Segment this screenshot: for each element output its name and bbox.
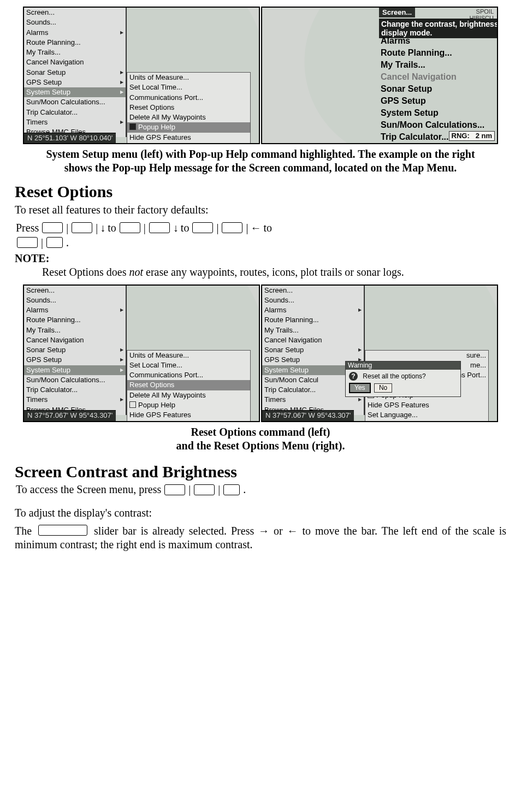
fig2-left-submenu: Units of Measure... Set Local Time... Co… xyxy=(127,350,251,422)
keycap xyxy=(164,484,185,495)
figure2-caption: Reset Options command (left) and the Res… xyxy=(37,425,484,453)
menu-item[interactable]: Timers xyxy=(24,395,126,405)
fig1-left-main-menu: Screen... Sounds... Alarms Route Plannin… xyxy=(24,8,127,137)
menu-item-selected[interactable]: System Setup xyxy=(24,365,126,375)
keycap xyxy=(17,237,38,248)
warning-text: Reset all the options? xyxy=(363,372,425,380)
submenu-item[interactable]: Hide GPS Features xyxy=(127,133,250,143)
submenu-item-selected[interactable]: Reset Options xyxy=(127,380,250,390)
submenu-item[interactable]: Set Language... xyxy=(127,420,250,422)
submenu-item[interactable]: Communications Port... xyxy=(127,370,250,380)
menu-item[interactable]: Sonar Setup xyxy=(24,68,126,78)
keycap xyxy=(149,222,170,233)
keycap xyxy=(223,484,240,495)
submenu-item[interactable]: Hide GPS Features xyxy=(365,400,488,410)
note-label: NOTE: xyxy=(15,252,506,265)
menu-item[interactable]: Alarms xyxy=(24,28,126,38)
menu-item[interactable]: Sounds... xyxy=(24,17,126,27)
menu-item[interactable]: Screen... xyxy=(24,8,126,17)
caption-line2: and the Reset Options Menu (right). xyxy=(176,440,345,452)
submenu-item[interactable]: Hide GPS Features xyxy=(127,410,250,420)
submenu-item[interactable]: Units of Measure... xyxy=(127,73,250,82)
submenu-item[interactable]: Popup Help xyxy=(127,400,250,410)
coordinate-bar: N 25°51.103' W 80°10.040' xyxy=(24,133,116,143)
menu-item[interactable]: Sun/Moon Calculations... xyxy=(24,375,126,385)
menu-item[interactable]: Sun/Moon Calculations... xyxy=(24,97,126,107)
menu-item[interactable]: My Trails... xyxy=(24,325,126,335)
menu-item[interactable]: Screen... xyxy=(262,286,364,295)
menu-item[interactable]: GPS Setup xyxy=(380,95,498,107)
fig1-right-menu: Alarms Route Planning... My Trails... Ca… xyxy=(380,35,498,144)
keycap xyxy=(192,222,213,233)
fig1-left-panel: Screen... Sounds... Alarms Route Plannin… xyxy=(23,7,260,144)
figure-2: Screen... Sounds... Alarms Route Plannin… xyxy=(15,285,506,422)
menu-item[interactable]: Route Planning... xyxy=(380,47,498,59)
coordinate-bar: N 37°57.067' W 95°43.307' xyxy=(262,410,354,420)
submenu-item[interactable]: Set Local Time... xyxy=(127,360,250,370)
key-sequence-line1: Press | | ↓ to | ↓ to | | ← to xyxy=(15,221,506,235)
submenu-item[interactable]: sure... xyxy=(365,351,488,360)
menu-item[interactable]: Sonar Setup xyxy=(262,345,364,355)
menu-item[interactable]: System Setup xyxy=(380,107,498,119)
caption-line1: Reset Options command (left) xyxy=(191,426,330,438)
menu-item[interactable]: Cancel Navigation xyxy=(262,335,364,345)
submenu-item[interactable]: Reset Options xyxy=(127,103,250,112)
keycap xyxy=(38,525,87,536)
menu-item[interactable]: Sonar Setup xyxy=(380,83,498,95)
menu-item[interactable]: GPS Setup xyxy=(24,78,126,87)
fig2-left-panel: Screen... Sounds... Alarms Route Plannin… xyxy=(23,285,260,422)
menu-item[interactable]: Timers xyxy=(380,143,498,144)
menu-item[interactable]: Route Planning... xyxy=(24,38,126,48)
reset-intro: To reset all features to their factory d… xyxy=(15,203,506,217)
heading-reset-options: Reset Options xyxy=(15,181,506,202)
fig1-right-panel: SPOIL HIBISCU Screen... Change the contr… xyxy=(261,7,498,144)
keycap xyxy=(194,484,215,495)
menu-item-disabled: Cancel Navigation xyxy=(380,71,498,83)
menu-item[interactable]: GPS Setup xyxy=(24,355,126,365)
submenu-item[interactable]: Transfer My Data... xyxy=(365,420,488,422)
submenu-item[interactable]: Delete All My Waypoints xyxy=(127,390,250,400)
menu-item[interactable]: Alarms xyxy=(262,305,364,315)
keycap xyxy=(120,222,140,233)
menu-item[interactable]: Route Planning... xyxy=(24,315,126,325)
keycap xyxy=(72,222,92,233)
menu-item[interactable]: Cancel Navigation xyxy=(24,57,126,67)
warning-dialog: Warning ? Reset all the options? Yes No xyxy=(345,361,461,397)
adjust-contrast-text: To adjust the display's contrast: xyxy=(15,506,506,520)
warning-title: Warning xyxy=(346,361,460,370)
fig1-left-submenu: Units of Measure... Set Local Time... Co… xyxy=(127,72,251,144)
menu-item[interactable]: Alarms xyxy=(380,35,498,47)
menu-item[interactable]: My Trails... xyxy=(24,48,126,57)
submenu-item[interactable]: Units of Measure... xyxy=(127,351,250,360)
no-button[interactable]: No xyxy=(374,383,392,393)
menu-item[interactable]: Timers xyxy=(24,117,126,127)
menu-item[interactable]: Trip Calculator... xyxy=(24,108,126,117)
popup-title: Screen... xyxy=(379,8,415,17)
menu-item[interactable]: Alarms xyxy=(24,305,126,315)
yes-button[interactable]: Yes xyxy=(349,383,371,393)
menu-item[interactable]: Route Planning... xyxy=(262,315,364,325)
submenu-item[interactable]: Communications Port... xyxy=(127,93,250,103)
submenu-item[interactable]: Set Language... xyxy=(127,143,250,144)
submenu-item[interactable]: Delete All My Waypoints xyxy=(127,112,250,122)
menu-item[interactable]: Sun/Moon Calculations... xyxy=(380,119,498,131)
menu-item-selected[interactable]: System Setup xyxy=(24,87,126,97)
range-indicator: RNG: 2 nm xyxy=(449,131,495,141)
menu-item[interactable]: My Trails... xyxy=(380,59,498,71)
menu-item[interactable]: Sonar Setup xyxy=(24,345,126,355)
menu-item[interactable]: Sounds... xyxy=(262,295,364,305)
screen-access-line: To access the Screen menu, press | | . xyxy=(15,483,506,496)
menu-item[interactable]: Sounds... xyxy=(24,295,126,305)
submenu-item-selected[interactable]: Popup Help xyxy=(127,122,250,132)
menu-item[interactable]: Screen... xyxy=(24,286,126,295)
menu-item[interactable]: My Trails... xyxy=(262,325,364,335)
fig2-right-panel: Screen... Sounds... Alarms Route Plannin… xyxy=(261,285,498,422)
fig2-left-main-menu: Screen... Sounds... Alarms Route Plannin… xyxy=(24,286,127,415)
submenu-item[interactable]: Set Local Time... xyxy=(127,82,250,92)
key-sequence-line2: | . xyxy=(15,236,506,250)
keycap xyxy=(222,222,242,233)
menu-item[interactable]: Cancel Navigation xyxy=(24,335,126,345)
menu-item[interactable]: Trip Calculator... xyxy=(24,385,126,395)
submenu-item[interactable]: Set Language... xyxy=(365,410,488,420)
heading-screen-contrast: Screen Contrast and Brightness xyxy=(15,461,506,482)
